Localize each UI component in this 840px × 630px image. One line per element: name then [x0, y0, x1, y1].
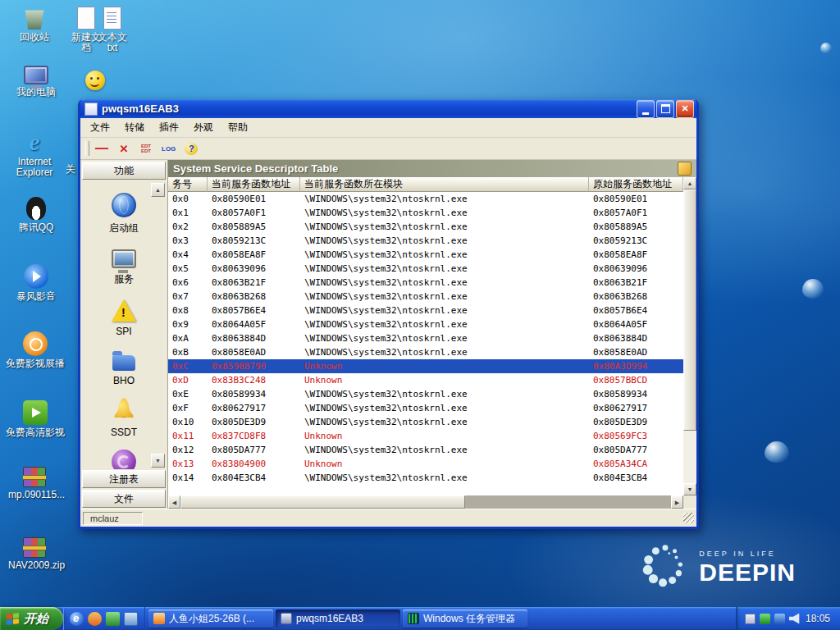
sidebar-item-ssdt[interactable]: SSDT [80, 398, 167, 438]
sidebar-scroll-down-button[interactable]: ▼ [151, 454, 165, 468]
desktop-icon-qq[interactable]: 腾讯QQ [10, 197, 62, 233]
toolbar-minus-button[interactable]: — [95, 144, 108, 153]
sidebar-item-bho[interactable]: BHO [80, 349, 167, 386]
table-row[interactable]: 0x20x805889A5\WINDOWS\system32\ntoskrnl.… [168, 220, 683, 234]
table-row[interactable]: 0xE0x80589934\WINDOWS\system32\ntoskrnl.… [168, 387, 683, 401]
sidebar-list: 启动组服务SPIBHOSSDT ▲ ▼ [80, 181, 167, 469]
maximize-button[interactable] [656, 100, 674, 118]
table-row[interactable]: 0x50x80639096\WINDOWS\system32\ntoskrnl.… [168, 262, 683, 276]
table-row[interactable]: 0xC0x8598B790Unknown0x80A3D994 [168, 359, 683, 373]
msg-quicklaunch-icon[interactable] [106, 612, 120, 626]
close-button[interactable]: ✕ [676, 100, 694, 118]
cell-current-address: 0x83B3C248 [208, 373, 300, 387]
resize-grip[interactable] [683, 513, 694, 523]
vertical-scrollbar[interactable]: ▲ ▼ [683, 177, 696, 495]
scrollbar-track[interactable] [180, 495, 671, 509]
desktop-icon-textfile[interactable]: 文本文 txt [94, 5, 131, 53]
desktop-icon-movie[interactable]: 免费影视展播 [5, 331, 66, 369]
desktop-icon-rar1[interactable]: mp.090115... [8, 464, 61, 500]
window-titlebar[interactable]: pwqsm16EAB3 ✕ [80, 99, 696, 118]
panel-header-icon[interactable] [678, 162, 692, 176]
table-row[interactable]: 0x120x805DA777\WINDOWS\system32\ntoskrnl… [168, 443, 683, 457]
toolbar-log-button[interactable]: LOG [162, 145, 176, 153]
cell-original-address: 0x8063B268 [589, 290, 683, 304]
start-button[interactable]: 开始 [0, 607, 63, 630]
cell-service-id: 0xE [168, 387, 208, 401]
cell-original-address: 0x805DE3D9 [589, 415, 683, 429]
hidden-icon-label-fragment: 关 [66, 162, 75, 176]
table-row[interactable]: 0xB0x8058E0AD\WINDOWS\system32\ntoskrnl.… [168, 345, 683, 359]
desktop-icon-mycomputer[interactable]: 我的电脑 [10, 64, 62, 98]
table-row[interactable]: 0x60x8063B21F\WINDOWS\system32\ntoskrnl.… [168, 276, 683, 290]
sidebar-item-services[interactable]: 服务 [80, 247, 167, 286]
av-tray-icon[interactable] [760, 614, 770, 624]
table-row[interactable]: 0x140x804E3CB4\WINDOWS\system32\ntoskrnl… [168, 471, 683, 485]
sidebar-scroll-up-button[interactable]: ▲ [151, 183, 165, 197]
desktop-icon-label: 腾讯QQ [10, 222, 62, 233]
scrollbar-track[interactable] [683, 189, 696, 483]
sidebar-button-files[interactable]: 文件 [82, 490, 166, 508]
scrollbar-thumb[interactable] [180, 495, 465, 509]
table-row[interactable]: 0x10x8057A0F1\WINDOWS\system32\ntoskrnl.… [168, 206, 683, 220]
scroll-down-arrow[interactable]: ▼ [683, 483, 696, 495]
table-row[interactable]: 0x90x8064A05F\WINDOWS\system32\ntoskrnl.… [168, 317, 683, 331]
keyboard-tray-icon[interactable] [745, 614, 756, 624]
horizontal-scrollbar[interactable]: ◀ ▶ [168, 495, 683, 509]
menu-item-view[interactable]: 外观 [187, 120, 220, 135]
cell-current-address: 0x805889A5 [208, 220, 300, 234]
scrollbar-thumb[interactable] [683, 189, 696, 431]
cell-current-address: 0x80639096 [208, 262, 300, 276]
scroll-right-arrow[interactable]: ▶ [671, 495, 683, 509]
vol-tray-icon[interactable] [789, 614, 800, 624]
menu-item-file[interactable]: 文件 [84, 120, 116, 135]
cell-service-id: 0x4 [168, 248, 208, 262]
table-row[interactable]: 0xA0x8063884D\WINDOWS\system32\ntoskrnl.… [168, 331, 683, 345]
cell-current-address: 0x8058E0AD [208, 345, 300, 359]
desktop-icon-storm[interactable]: 暴风影音 [10, 264, 62, 302]
menu-item-dump[interactable]: 转储 [118, 120, 151, 135]
table-row[interactable]: 0x80x8057B6E4\WINDOWS\system32\ntoskrnl.… [168, 304, 683, 317]
smiley-desktop-icon[interactable] [85, 71, 105, 90]
table-row[interactable]: 0x40x8058EA8F\WINDOWS\system32\ntoskrnl.… [168, 248, 683, 262]
table-row[interactable]: 0x100x805DE3D9\WINDOWS\system32\ntoskrnl… [168, 415, 683, 429]
sidebar-item-spi[interactable]: SPI [80, 298, 167, 337]
table-row[interactable]: 0x00x80590E01\WINDOWS\system32\ntoskrnl.… [168, 192, 683, 206]
column-header[interactable]: 当前服务函数所在模块 [300, 177, 589, 192]
scroll-left-arrow[interactable]: ◀ [168, 495, 180, 509]
desktop-icon-hdmovie[interactable]: 免费高清影视 [5, 400, 66, 438]
menu-item-help[interactable]: 帮助 [221, 120, 254, 135]
ie-quicklaunch-icon[interactable] [70, 612, 84, 626]
taskbar-clock[interactable]: 18:05 [806, 613, 830, 624]
table-row[interactable]: 0x130x83804900Unknown0x805A34CA [168, 457, 683, 471]
scroll-up-arrow[interactable]: ▲ [683, 177, 696, 189]
sidebar-header[interactable]: 功能 [82, 162, 166, 180]
taskbar-task-pwqsm[interactable]: pwqsm16EAB3 [276, 609, 400, 628]
sidebar-item-startup[interactable]: 启动组 [80, 193, 167, 235]
water-droplet [765, 441, 789, 463]
column-header[interactable]: 原始服务函数地址 [589, 177, 683, 192]
taskbar-task-taskmgr[interactable]: Windows 任务管理器 [403, 609, 527, 628]
column-header[interactable]: 务号 [168, 177, 208, 192]
minimize-button[interactable] [637, 100, 655, 118]
table-row[interactable]: 0x70x8063B268\WINDOWS\system32\ntoskrnl.… [168, 290, 683, 304]
table-row[interactable]: 0xF0x80627917\WINDOWS\system32\ntoskrnl.… [168, 401, 683, 415]
desktop-quicklaunch-icon[interactable] [124, 612, 138, 626]
toolbar-help-button[interactable]: ? [185, 143, 198, 155]
taskbar-task-media[interactable]: 人鱼小姐25-26B (... [148, 609, 273, 628]
menu-item-plugin[interactable]: 插件 [153, 120, 185, 135]
column-header[interactable]: 当前服务函数地址 [208, 177, 300, 192]
media-quicklaunch-icon[interactable] [88, 612, 102, 626]
desktop-icon-rar2[interactable]: NAV2009.zip [8, 535, 61, 571]
desktop-icon-recycle[interactable]: 回收站 [8, 5, 61, 43]
toolbar-edt-button[interactable]: EDT EDT [139, 144, 153, 153]
sidebar-button-registry[interactable]: 注册表 [82, 470, 166, 488]
cell-module: \WINDOWS\system32\ntoskrnl.exe [300, 276, 589, 290]
toolbar-x-button[interactable]: ✕ [117, 143, 130, 155]
table-row[interactable]: 0x110x837CD8F8Unknown0x80569FC3 [168, 429, 683, 443]
table-row[interactable]: 0xD0x83B3C248Unknown0x8057BBCD [168, 373, 683, 387]
net-tray-icon[interactable] [774, 614, 785, 624]
desktop-icon-ie[interactable]: Internet Explorer [8, 130, 61, 178]
table-row[interactable]: 0x30x8059213C\WINDOWS\system32\ntoskrnl.… [168, 234, 683, 248]
pwqsm-window: pwqsm16EAB3 ✕ 文件转储插件外观帮助 —✕EDT EDTLOG? 功… [78, 99, 699, 529]
cell-current-address: 0x805DA777 [208, 443, 300, 457]
